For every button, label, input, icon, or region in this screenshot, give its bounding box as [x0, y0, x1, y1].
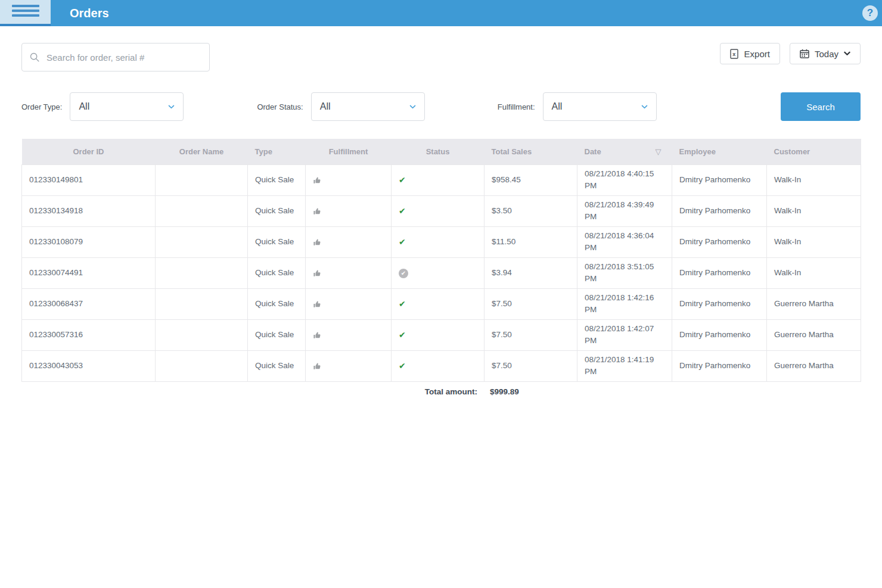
date-cell: 08/21/2018 4:36:04 PM [577, 226, 672, 257]
export-file-icon: x [730, 49, 739, 59]
fulfillment-cell [306, 319, 392, 350]
green-check-icon: ✔ [399, 237, 406, 247]
thumbs-up-icon [313, 330, 322, 339]
total-sales-cell: $3.94 [485, 257, 577, 288]
green-check-icon: ✔ [399, 175, 406, 185]
customer-cell: Guerrero Martha [767, 288, 861, 319]
customer-cell: Guerrero Martha [767, 350, 861, 381]
fulfillment-select[interactable]: All [543, 92, 657, 121]
thumbs-up-icon [313, 299, 322, 308]
col-header-employee[interactable]: Employee [672, 139, 767, 164]
employee-cell: Dmitry Parhomenko [672, 319, 767, 350]
status-cell: ✔ [392, 226, 485, 257]
employee-cell: Dmitry Parhomenko [672, 164, 767, 195]
total-sales-cell: $7.50 [485, 288, 577, 319]
order-status-select[interactable]: All [311, 92, 425, 121]
customer-cell: Walk-In [767, 164, 861, 195]
type-cell: Quick Sale [248, 350, 306, 381]
employee-cell: Dmitry Parhomenko [672, 257, 767, 288]
table-row[interactable]: 012330074491Quick Sale✔$3.9408/21/2018 3… [22, 257, 861, 288]
table-header-row: Order ID Order Name Type Fulfillment Sta… [22, 139, 861, 164]
type-cell: Quick Sale [248, 226, 306, 257]
table-row[interactable]: 012330134918Quick Sale✔$3.5008/21/2018 4… [22, 195, 861, 226]
date-cell: 08/21/2018 1:41:19 PM [577, 350, 672, 381]
type-cell: Quick Sale [248, 195, 306, 226]
date-cell: 08/21/2018 1:42:07 PM [577, 319, 672, 350]
date-cell: 08/21/2018 4:39:49 PM [577, 195, 672, 226]
col-header-type[interactable]: Type [248, 139, 306, 164]
order-id-cell: 012330043053 [22, 350, 156, 381]
order-type-value: All [79, 101, 89, 112]
order-name-cell [156, 350, 248, 381]
toolbar-right: x Export Today [720, 43, 861, 64]
customer-cell: Walk-In [767, 195, 861, 226]
order-status-label: Order Status: [257, 102, 303, 111]
customer-cell: Guerrero Martha [767, 319, 861, 350]
thumbs-up-icon [313, 237, 322, 246]
col-header-date[interactable]: Date ▽ [577, 139, 672, 164]
date-cell: 08/21/2018 1:42:16 PM [577, 288, 672, 319]
chevron-down-icon [641, 105, 648, 109]
green-check-icon: ✔ [399, 206, 406, 216]
sort-descending-icon[interactable]: ▽ [656, 147, 662, 156]
total-amount-value: $999.89 [490, 387, 519, 396]
type-cell: Quick Sale [248, 319, 306, 350]
total-amount-label: Total amount: [21, 387, 477, 396]
status-cell: ✔ [392, 288, 485, 319]
total-sales-cell: $7.50 [485, 350, 577, 381]
fulfillment-cell [306, 257, 392, 288]
table-row[interactable]: 012330108079Quick Sale✔$11.5008/21/2018 … [22, 226, 861, 257]
menu-button[interactable] [0, 0, 51, 26]
customer-cell: Walk-In [767, 226, 861, 257]
table-row[interactable]: 012330149801Quick Sale✔$958.4508/21/2018… [22, 164, 861, 195]
search-icon [29, 52, 40, 63]
search-button[interactable]: Search [781, 92, 861, 121]
employee-cell: Dmitry Parhomenko [672, 226, 767, 257]
status-cell: ✔ [392, 319, 485, 350]
col-header-fulfillment[interactable]: Fulfillment [306, 139, 392, 164]
col-header-order-id[interactable]: Order ID [22, 139, 156, 164]
employee-cell: Dmitry Parhomenko [672, 350, 767, 381]
fulfillment-cell [306, 164, 392, 195]
status-cell: ✔ [392, 350, 485, 381]
chevron-down-icon [168, 105, 175, 109]
table-row[interactable]: 012330057316Quick Sale✔$7.5008/21/2018 1… [22, 319, 861, 350]
total-sales-cell: $958.45 [485, 164, 577, 195]
employee-cell: Dmitry Parhomenko [672, 288, 767, 319]
total-sales-cell: $7.50 [485, 319, 577, 350]
table-row[interactable]: 012330043053Quick Sale✔$7.5008/21/2018 1… [22, 350, 861, 381]
green-check-icon: ✔ [399, 361, 406, 371]
thumbs-up-icon [313, 361, 322, 370]
thumbs-up-icon [313, 268, 322, 277]
calendar-icon [800, 49, 809, 58]
search-input[interactable] [45, 52, 202, 63]
export-button[interactable]: x Export [720, 43, 780, 64]
type-cell: Quick Sale [248, 164, 306, 195]
green-check-icon: ✔ [399, 330, 406, 340]
date-cell: 08/21/2018 3:51:05 PM [577, 257, 672, 288]
order-id-cell: 012330149801 [22, 164, 156, 195]
date-range-button[interactable]: Today [790, 43, 861, 64]
order-name-cell [156, 257, 248, 288]
order-name-cell [156, 319, 248, 350]
employee-cell: Dmitry Parhomenko [672, 195, 767, 226]
order-search[interactable] [21, 43, 210, 71]
help-button[interactable]: ? [862, 5, 878, 21]
status-cell: ✔ [392, 257, 485, 288]
col-header-status[interactable]: Status [392, 139, 485, 164]
green-check-icon: ✔ [399, 299, 406, 309]
order-id-cell: 012330108079 [22, 226, 156, 257]
order-name-cell [156, 226, 248, 257]
order-status-value: All [320, 101, 331, 112]
col-header-customer[interactable]: Customer [767, 139, 861, 164]
thumbs-up-icon [313, 175, 322, 184]
table-row[interactable]: 012330068437Quick Sale✔$7.5008/21/2018 1… [22, 288, 861, 319]
toolbar: x Export Today [0, 26, 882, 71]
col-header-total-sales[interactable]: Total Sales [485, 139, 577, 164]
chevron-down-icon [409, 105, 416, 109]
col-header-order-name[interactable]: Order Name [156, 139, 248, 164]
page-title: Orders [70, 0, 109, 26]
order-id-cell: 012330074491 [22, 257, 156, 288]
order-type-select[interactable]: All [70, 92, 184, 121]
order-type-label: Order Type: [21, 102, 62, 111]
